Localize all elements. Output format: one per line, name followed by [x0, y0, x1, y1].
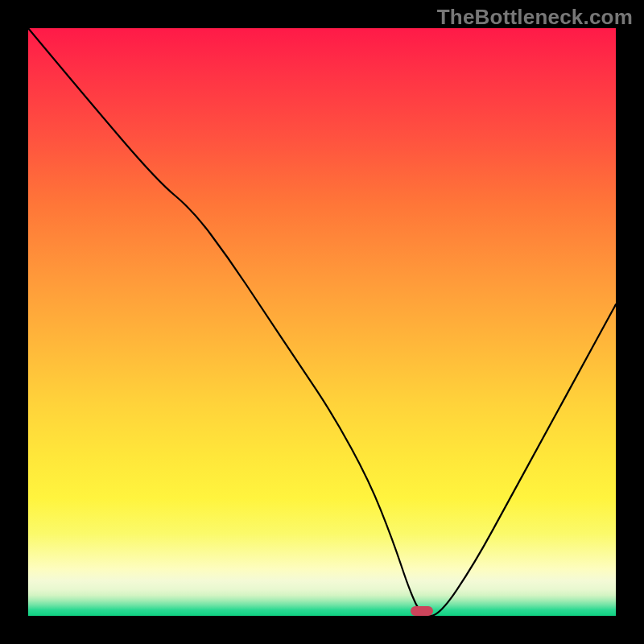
watermark-text: TheBottleneck.com [437, 5, 633, 30]
chart-frame: TheBottleneck.com [0, 0, 644, 644]
bottleneck-curve [28, 28, 616, 616]
plot-area [28, 28, 616, 616]
optimal-marker [411, 606, 433, 616]
